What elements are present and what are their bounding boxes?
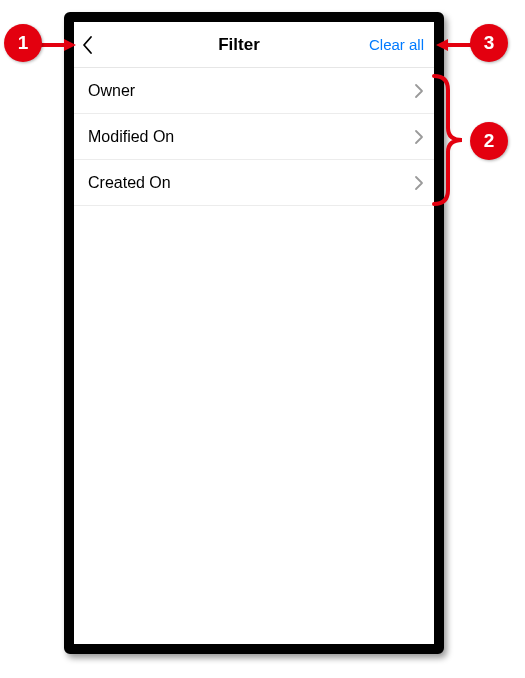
annotation-badge-1: 1 xyxy=(4,24,42,62)
annotation-arrow-icon xyxy=(40,38,76,52)
back-button[interactable] xyxy=(80,34,114,56)
filter-row-label: Created On xyxy=(88,174,171,192)
chevron-right-icon xyxy=(412,81,426,101)
filter-row-modified-on[interactable]: Modified On xyxy=(74,114,434,160)
annotation-label: 2 xyxy=(484,130,495,152)
filter-list: Owner Modified On Created On xyxy=(74,68,434,206)
filter-row-label: Modified On xyxy=(88,128,174,146)
device-frame: Filter Clear all Owner Modified On Creat… xyxy=(64,12,444,654)
annotation-arrow-icon xyxy=(436,38,472,52)
chevron-right-icon xyxy=(412,127,426,147)
svg-marker-1 xyxy=(64,39,76,51)
annotation-badge-3: 3 xyxy=(470,24,508,62)
header: Filter Clear all xyxy=(74,22,434,68)
svg-marker-3 xyxy=(436,39,448,51)
page-title: Filter xyxy=(114,35,364,55)
filter-row-owner[interactable]: Owner xyxy=(74,68,434,114)
annotation-label: 1 xyxy=(18,32,29,54)
annotation-badge-2: 2 xyxy=(470,122,508,160)
annotation-bracket-icon xyxy=(432,70,464,210)
annotation-label: 3 xyxy=(484,32,495,54)
chevron-left-icon xyxy=(80,34,96,56)
filter-row-created-on[interactable]: Created On xyxy=(74,160,434,206)
chevron-right-icon xyxy=(412,173,426,193)
clear-all-button[interactable]: Clear all xyxy=(364,36,424,53)
filter-row-label: Owner xyxy=(88,82,135,100)
